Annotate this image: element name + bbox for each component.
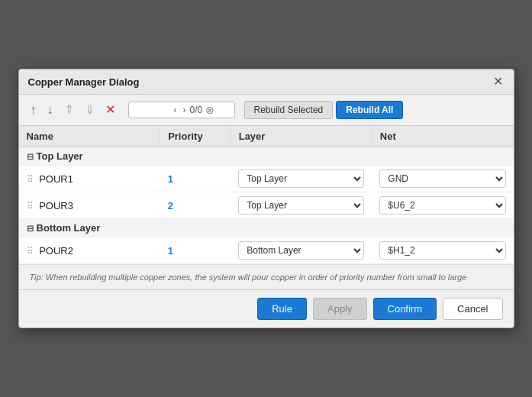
table-group-row: ⊟Bottom Layer [19,219,514,237]
cancel-button[interactable]: Cancel [443,298,502,320]
layer-select[interactable]: Top Layer Bottom Layer [238,196,364,215]
close-button[interactable]: ✕ [492,76,505,88]
table-row[interactable]: ⠿ POUR2 1 Top Layer Bottom Layer $H1_2 [19,237,514,264]
move-down-button[interactable]: ↓ [44,102,57,118]
table-row[interactable]: ⠿ POUR1 1 Top Layer Bottom Layer GND [19,166,514,192]
page-count: 0/0 [190,105,203,115]
col-header-priority: Priority [160,126,231,147]
drag-handle: ⠿ [27,201,34,211]
table-row[interactable]: ⠿ POUR3 2 Top Layer Bottom Layer $U6_2 [19,192,514,219]
priority-value: 2 [168,200,173,211]
col-header-net: Net [372,126,513,147]
table-group-row: ⊟Top Layer [19,147,514,166]
table-container: Name Priority Layer Net ⊟Top Layer ⠿ POU… [19,126,514,264]
cell-layer[interactable]: Top Layer Bottom Layer [231,237,372,264]
table-header-row: Name Priority Layer Net [19,126,514,147]
clear-search-button[interactable]: ⊗ [204,104,216,116]
tip-area: Tip: When rebuilding multiple copper zon… [19,264,514,289]
priority-value: 1 [168,173,173,185]
row-name: POUR3 [39,200,73,211]
group-expand-icon: ⊟ [27,152,34,161]
nav-next-button[interactable]: › [181,104,189,116]
priority-value: 1 [168,245,173,257]
layer-select[interactable]: Top Layer Bottom Layer [238,169,364,188]
net-select[interactable]: $H1_2 [379,241,505,260]
net-select[interactable]: GND [379,169,505,188]
cell-priority: 2 [160,192,231,219]
rebuild-selected-button[interactable]: Rebuild Selected [244,101,334,119]
tip-text: Tip: When rebuilding multiple copper zon… [30,273,467,282]
rule-button[interactable]: Rule [257,298,307,320]
title-bar: Copper Manager Dialog ✕ [19,69,514,95]
cell-name: ⠿ POUR3 [19,192,160,219]
cell-priority: 1 [160,166,231,192]
copper-table: Name Priority Layer Net ⊟Top Layer ⠿ POU… [19,126,514,264]
group-expand-icon: ⊟ [27,224,34,233]
toolbar: ↑ ↓ ⇑ ⇓ ✕ ‹ › 0/0 ⊗ Rebuild Selected Reb… [19,95,514,126]
nav-prev-button[interactable]: ‹ [172,104,179,116]
cell-net[interactable]: GND [372,166,513,192]
search-input[interactable] [134,105,172,115]
footer-buttons: Rule Apply Confirm Cancel [19,289,514,328]
nav-arrows: ‹ › [172,104,189,116]
search-box: ‹ › 0/0 ⊗ [128,102,235,118]
cell-net[interactable]: $H1_2 [372,237,513,264]
delete-button[interactable]: ✕ [102,102,119,118]
drag-handle: ⠿ [27,246,34,257]
group-label: Bottom Layer [37,222,101,234]
move-bottom-button[interactable]: ⇓ [81,102,98,118]
dialog-title: Copper Manager Dialog [28,76,140,88]
confirm-button[interactable]: Confirm [373,298,437,320]
rebuild-all-button[interactable]: Rebuild All [336,101,403,119]
net-select[interactable]: $U6_2 [379,196,505,215]
cell-layer[interactable]: Top Layer Bottom Layer [231,192,372,219]
group-label: Top Layer [37,150,83,162]
cell-name: ⠿ POUR2 [19,237,160,264]
cell-name: ⠿ POUR1 [19,166,160,192]
move-up-button[interactable]: ↑ [27,102,40,118]
layer-select[interactable]: Top Layer Bottom Layer [238,241,364,260]
cell-layer[interactable]: Top Layer Bottom Layer [231,166,372,192]
drag-handle: ⠿ [27,174,34,185]
col-header-name: Name [19,126,160,147]
cell-net[interactable]: $U6_2 [372,192,513,219]
row-name: POUR1 [39,173,73,185]
col-header-layer: Layer [231,126,372,147]
row-name: POUR2 [39,245,73,257]
copper-manager-dialog: Copper Manager Dialog ✕ ↑ ↓ ⇑ ⇓ ✕ ‹ › 0/… [18,69,514,328]
apply-button[interactable]: Apply [313,298,367,320]
move-top-button[interactable]: ⇑ [60,102,78,118]
cell-priority: 1 [160,237,231,264]
